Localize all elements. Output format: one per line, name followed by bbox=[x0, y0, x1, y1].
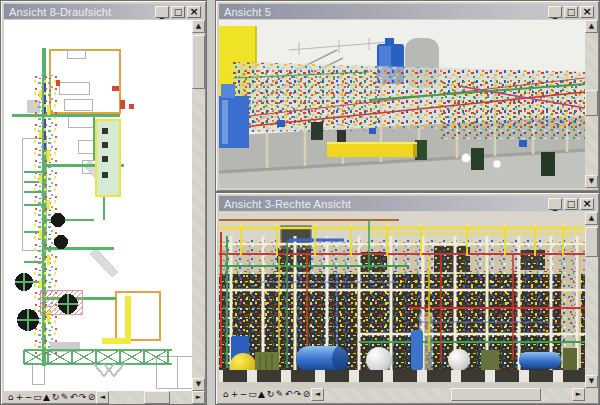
minimize-button[interactable]: _ bbox=[548, 6, 562, 18]
minimize-button[interactable]: _ bbox=[548, 198, 562, 210]
view-control-toolbar: ⌂ + − ▭ ▲ ↻ ✎ ↶ ↷ ⊘ bbox=[4, 391, 96, 404]
titlebar[interactable]: Ansicht 3-Rechte Ansicht _ □ × bbox=[219, 196, 596, 211]
scroll-up-button[interactable]: ▲ bbox=[585, 20, 598, 33]
vertical-blue-cylinder bbox=[411, 330, 423, 370]
zoom-out-icon[interactable]: − bbox=[239, 388, 248, 401]
close-button[interactable]: × bbox=[580, 198, 594, 210]
scroll-right-button[interactable]: ► bbox=[572, 388, 585, 401]
pan-view-icon[interactable]: ✎ bbox=[60, 391, 69, 404]
scrollbar-thumb[interactable] bbox=[451, 388, 541, 401]
view-next-icon[interactable]: ↷ bbox=[293, 388, 302, 401]
elevation-view-viewport[interactable] bbox=[219, 212, 585, 388]
minimize-button[interactable]: _ bbox=[155, 6, 169, 18]
plan-horizontal-scrollbar[interactable]: ◄ ► bbox=[96, 391, 205, 404]
update-view-icon[interactable]: ⌂ bbox=[221, 388, 230, 401]
piping-clutter bbox=[219, 240, 585, 370]
elevation-view-canvas bbox=[219, 212, 585, 388]
window-title: Ansicht 5 bbox=[221, 6, 546, 18]
equipment-skid bbox=[96, 120, 120, 196]
plan-vertical-scrollbar[interactable]: ▲ ▼ bbox=[192, 20, 205, 391]
scrollbar-corner bbox=[585, 388, 598, 401]
elevation-bottom-bar: ⌂ + − ▭ ▲ ↻ ✎ ↶ ↷ ⊘ ◄ ► bbox=[219, 388, 598, 401]
pan-view-icon[interactable]: ✎ bbox=[275, 388, 284, 401]
window-area-icon[interactable]: ▭ bbox=[33, 391, 42, 404]
yellow-beam-box bbox=[327, 142, 417, 157]
window-iso-view[interactable]: Ansicht 5 _ □ × bbox=[215, 0, 600, 192]
fit-view-icon[interactable]: ▲ bbox=[42, 391, 51, 404]
scroll-left-button[interactable]: ◄ bbox=[96, 391, 109, 404]
plan-view-canvas bbox=[4, 20, 192, 391]
scroll-down-button[interactable]: ▼ bbox=[585, 175, 598, 188]
scroll-down-button[interactable]: ▼ bbox=[585, 375, 598, 388]
rotate-view-icon[interactable]: ↻ bbox=[266, 388, 275, 401]
close-button[interactable]: × bbox=[187, 6, 201, 18]
scroll-left-button[interactable]: ◄ bbox=[311, 388, 324, 401]
iso-view-viewport[interactable] bbox=[219, 20, 585, 188]
view-control-toolbar: ⌂ + − ▭ ▲ ↻ ✎ ↶ ↷ ⊘ bbox=[219, 388, 311, 401]
application-workspace: Ansicht 8-Draufsicht _ □ × bbox=[0, 0, 600, 405]
maximize-button[interactable]: □ bbox=[564, 6, 578, 18]
copy-view-icon[interactable]: ⊘ bbox=[87, 391, 96, 404]
window-title: Ansicht 8-Draufsicht bbox=[6, 6, 153, 18]
scroll-up-button[interactable]: ▲ bbox=[192, 20, 205, 33]
window-elevation-view[interactable]: Ansicht 3-Rechte Ansicht _ □ × bbox=[215, 192, 600, 405]
window-title: Ansicht 3-Rechte Ansicht bbox=[221, 198, 546, 210]
scroll-right-button[interactable]: ► bbox=[192, 391, 205, 404]
scrollbar-thumb[interactable] bbox=[144, 391, 170, 404]
zoom-in-icon[interactable]: + bbox=[15, 391, 24, 404]
scrollbar-thumb[interactable] bbox=[585, 227, 598, 257]
scroll-up-button[interactable]: ▲ bbox=[585, 212, 598, 225]
zoom-out-icon[interactable]: − bbox=[24, 391, 33, 404]
foundation-row bbox=[219, 370, 585, 382]
plan-bottom-bar: ⌂ + − ▭ ▲ ↻ ✎ ↶ ↷ ⊘ ◄ ► bbox=[4, 391, 205, 404]
update-view-icon[interactable]: ⌂ bbox=[6, 391, 15, 404]
copy-view-icon[interactable]: ⊘ bbox=[302, 388, 311, 401]
window-plan-view[interactable]: Ansicht 8-Draufsicht _ □ × bbox=[0, 0, 207, 405]
view-previous-icon[interactable]: ↶ bbox=[69, 391, 78, 404]
fit-view-icon[interactable]: ▲ bbox=[257, 388, 266, 401]
iso-view-canvas bbox=[219, 20, 585, 188]
scrollbar-thumb[interactable] bbox=[192, 35, 205, 89]
close-button[interactable]: × bbox=[580, 6, 594, 18]
rotate-view-icon[interactable]: ↻ bbox=[51, 391, 60, 404]
window-area-icon[interactable]: ▭ bbox=[248, 388, 257, 401]
view-previous-icon[interactable]: ↶ bbox=[284, 388, 293, 401]
plan-view-viewport[interactable] bbox=[4, 20, 192, 391]
view-next-icon[interactable]: ↷ bbox=[78, 391, 87, 404]
elevation-horizontal-scrollbar[interactable]: ◄ ► bbox=[311, 388, 585, 401]
scrollbar-thumb[interactable] bbox=[585, 90, 598, 116]
maximize-button[interactable]: □ bbox=[171, 6, 185, 18]
iso-vertical-scrollbar[interactable]: ▲ ▼ bbox=[585, 20, 598, 188]
titlebar[interactable]: Ansicht 8-Draufsicht _ □ × bbox=[4, 4, 203, 19]
titlebar[interactable]: Ansicht 5 _ □ × bbox=[219, 4, 596, 19]
scroll-down-button[interactable]: ▼ bbox=[192, 378, 205, 391]
elevation-vertical-scrollbar[interactable]: ▲ ▼ bbox=[585, 212, 598, 388]
zoom-in-icon[interactable]: + bbox=[230, 388, 239, 401]
maximize-button[interactable]: □ bbox=[564, 198, 578, 210]
piping-clutter bbox=[233, 62, 585, 140]
